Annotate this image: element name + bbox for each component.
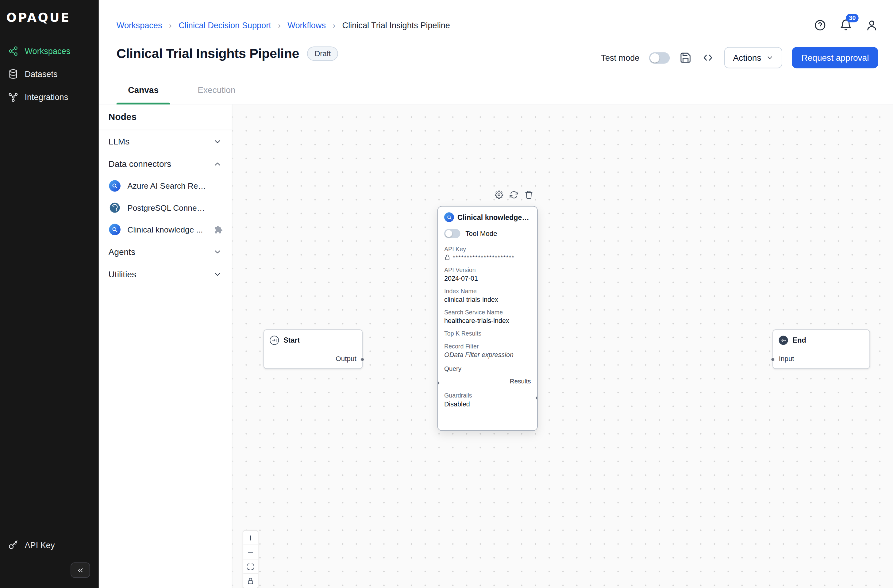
azure-search-icon (109, 224, 120, 235)
output-handle[interactable] (535, 396, 537, 400)
sidebar-item-label: API Key (24, 540, 55, 550)
node-header: End (773, 330, 869, 345)
chevrons-left-icon (77, 566, 84, 574)
breadcrumb-clinical-decision-support[interactable]: Clinical Decision Support (179, 21, 271, 30)
breadcrumb-workspaces[interactable]: Workspaces (117, 21, 162, 30)
nodes-panel-heading: Nodes (99, 104, 232, 130)
section-data-connectors[interactable]: Data connectors (99, 153, 232, 175)
breadcrumb-separator: › (332, 21, 335, 30)
section-agents[interactable]: Agents (99, 241, 232, 263)
field-label: API Key (444, 246, 531, 253)
node-end[interactable]: End Input (773, 329, 870, 369)
sidebar-collapse-button[interactable] (71, 562, 90, 578)
chevron-up-icon (213, 159, 222, 168)
workflow-canvas[interactable]: Clinical knowledge sear... Tool Mode API… (233, 104, 893, 588)
tool-mode-toggle[interactable] (444, 229, 460, 238)
section-llms[interactable]: LLMs (99, 130, 232, 153)
node-start[interactable]: Start Output (263, 329, 363, 369)
zoom-in-button[interactable] (243, 531, 258, 545)
sidebar-item-datasets[interactable]: Datasets (0, 63, 99, 86)
field-placeholder: OData Filter expression (444, 351, 531, 358)
lock-icon (247, 577, 254, 585)
node-title: Clinical knowledge sear... (457, 213, 531, 221)
node-delete-button[interactable] (525, 191, 533, 199)
field-top-k-results: Top K Results (444, 330, 531, 337)
sidebar-item-integrations[interactable]: Integrations (0, 86, 99, 108)
node-replace-button[interactable] (510, 191, 518, 199)
tab-canvas[interactable]: Canvas (117, 78, 170, 104)
zoom-out-button[interactable] (243, 545, 258, 559)
account-button[interactable] (865, 19, 878, 32)
puzzle-icon (214, 225, 223, 234)
field-label: Record Filter (444, 343, 531, 349)
output-port-label: Results (444, 377, 531, 384)
input-port-label: Input (779, 355, 794, 362)
sidebar-bottom: API Key (0, 534, 99, 588)
field-value: healthcare-trials-index (444, 317, 531, 324)
azure-search-icon (109, 180, 120, 191)
field-label: Search Service Name (444, 308, 531, 315)
lock-canvas-button[interactable] (243, 574, 258, 588)
workarea: Nodes LLMs Data connectors (99, 104, 893, 588)
chevron-down-icon (213, 137, 222, 146)
field-guardrails: Guardrails Disabled (444, 392, 531, 408)
field-api-version: API Version 2024-07-01 (444, 266, 531, 282)
trash-icon (525, 191, 533, 199)
input-handle[interactable] (771, 358, 774, 362)
notifications-button[interactable]: 30 (840, 19, 852, 32)
tab-execution[interactable]: Execution (186, 78, 247, 104)
tool-mode-label: Tool Mode (465, 229, 497, 238)
test-mode-toggle[interactable] (649, 52, 670, 63)
node-header: Start (264, 330, 362, 345)
sidebar-collapse-row (0, 557, 99, 582)
field-value: clinical-trials-index (444, 296, 531, 303)
title-left: Clinical Trial Insights Pipeline Draft (117, 46, 338, 62)
refresh-icon (510, 191, 518, 199)
field-label: Index Name (444, 287, 531, 294)
node-clinical-knowledge-search[interactable]: Clinical knowledge sear... Tool Mode API… (437, 206, 538, 431)
chevron-down-icon (213, 269, 222, 278)
input-handle[interactable] (437, 381, 440, 385)
postgresql-icon (109, 202, 120, 214)
field-value: Disabled (444, 401, 531, 408)
connector-clinical-knowledge[interactable]: Clinical knowledge ... (99, 219, 232, 241)
field-label: API Version (444, 266, 531, 273)
topbar: Workspaces › Clinical Decision Support ›… (99, 0, 893, 37)
app-root: OPAQUE Workspaces Datasets Integrations (0, 0, 893, 588)
sidebar-item-api-key[interactable]: API Key (0, 534, 99, 557)
connector-label: Azure AI Search Retriever (127, 181, 208, 191)
sidebar: OPAQUE Workspaces Datasets Integrations (0, 0, 99, 588)
sidebar-item-workspaces[interactable]: Workspaces (0, 39, 99, 63)
end-icon (779, 335, 788, 345)
code-view-button[interactable] (702, 51, 714, 64)
status-badge: Draft (307, 47, 338, 61)
sidebar-item-label: Integrations (24, 92, 68, 102)
main-area: Workspaces › Clinical Decision Support ›… (99, 0, 893, 588)
connector-postgresql[interactable]: PostgreSQL Connector (99, 197, 232, 219)
node-title: End (793, 336, 806, 344)
help-button[interactable] (814, 19, 827, 32)
section-label: Agents (108, 247, 135, 256)
start-icon (270, 335, 279, 345)
topbar-icons: 30 (814, 19, 878, 32)
node-settings-button[interactable] (495, 191, 504, 199)
request-approval-button[interactable]: Request approval (792, 47, 878, 68)
node-header: Clinical knowledge sear... (444, 212, 531, 222)
save-button[interactable] (680, 51, 692, 64)
minus-icon (247, 549, 254, 556)
azure-search-icon (444, 212, 454, 222)
test-mode-label: Test mode (601, 53, 639, 62)
page-title: Clinical Trial Insights Pipeline (117, 46, 299, 62)
section-utilities[interactable]: Utilities (99, 263, 232, 285)
output-port-label: Output (335, 355, 356, 362)
field-api-key: API Key ********************** (444, 246, 531, 261)
node-toolbar (495, 191, 533, 199)
fit-view-button[interactable] (243, 559, 258, 574)
connector-azure-ai-search-retriever[interactable]: Azure AI Search Retriever (99, 175, 232, 197)
breadcrumb: Workspaces › Clinical Decision Support ›… (117, 21, 450, 30)
breadcrumb-workflows[interactable]: Workflows (287, 21, 326, 30)
actions-button[interactable]: Actions (724, 47, 782, 68)
sidebar-item-label: Workspaces (24, 47, 70, 56)
section-label: Utilities (108, 269, 136, 279)
output-handle[interactable] (361, 358, 364, 362)
